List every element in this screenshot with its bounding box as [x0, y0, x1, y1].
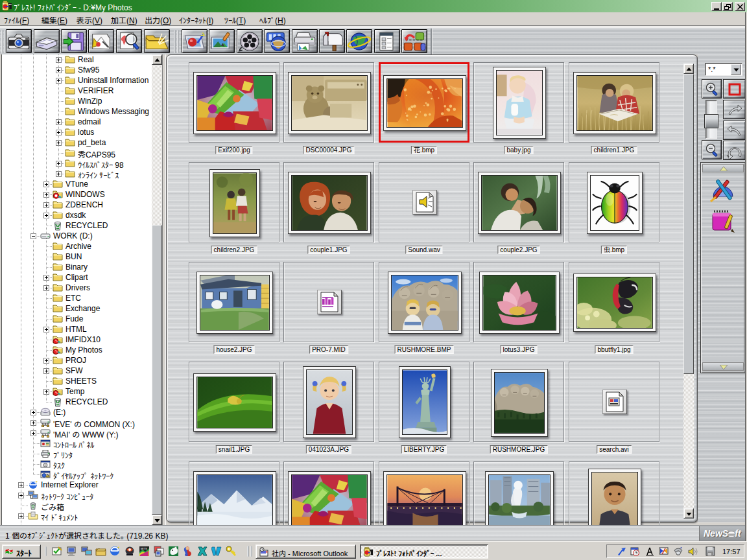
svg-text:MITS: MITS: [141, 547, 147, 550]
